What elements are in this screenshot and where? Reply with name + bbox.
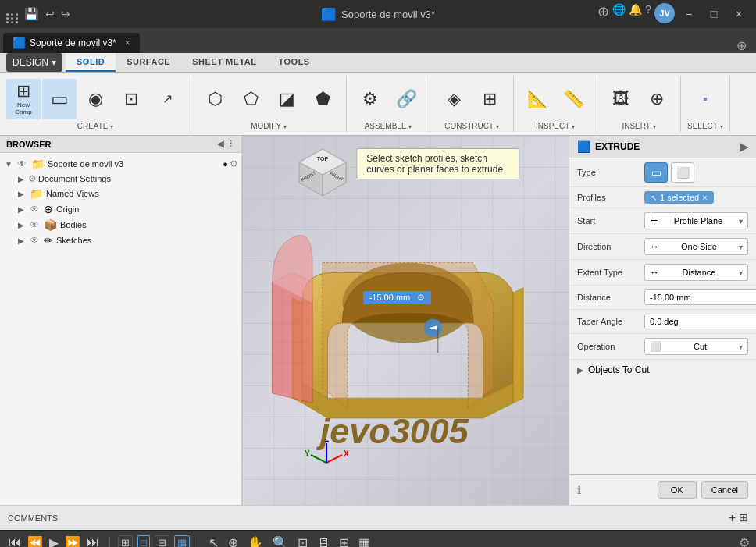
view-mode-btn-2[interactable]: □: [137, 535, 150, 547]
redo-icon[interactable]: ↪: [61, 8, 70, 20]
create-revolve-btn[interactable]: ◉: [78, 79, 112, 119]
extrude-expand-icon[interactable]: ▶: [740, 140, 748, 153]
root-badge[interactable]: ●: [223, 159, 228, 169]
active-tab[interactable]: 🟦 Soporte de movil v3* ×: [3, 33, 140, 53]
modify-shell-btn[interactable]: ⬟: [305, 79, 340, 119]
play-rewind-btn[interactable]: ⏮: [6, 534, 23, 547]
tab-close-icon[interactable]: ×: [125, 37, 130, 48]
assemble-arrow-icon[interactable]: ▾: [408, 123, 412, 130]
create-extrude-btn[interactable]: ▭: [42, 79, 77, 119]
view-mode-btn-4[interactable]: ▦: [174, 535, 190, 547]
grid-btn-2[interactable]: ▦: [356, 534, 373, 547]
operation-select[interactable]: ⬜ Cut ▾: [644, 338, 748, 355]
navigate-btn-3[interactable]: ✋: [245, 534, 266, 547]
eye-icon-sketches[interactable]: 👁: [30, 235, 39, 246]
tree-item-document-settings[interactable]: ▶ ⚙ Document Settings: [0, 172, 241, 186]
ok-button[interactable]: OK: [658, 481, 697, 499]
tree-item-origin[interactable]: ▶ 👁 ⊕ Origin: [0, 201, 241, 217]
bottom-toolbar: ⏮ ⏪ ▶ ⏩ ⏭ ⊞ □ ⊟ ▦ ↖ ⊕ ✋ 🔍 ⊡ 🖥 ⊞ ▦ ⚙: [0, 530, 756, 547]
notification-icon[interactable]: 🔔: [629, 3, 642, 25]
distance-input[interactable]: [644, 289, 756, 305]
create-loft-btn[interactable]: ↗: [150, 79, 184, 119]
profile-clear-btn[interactable]: ×: [702, 193, 707, 202]
help-icon[interactable]: ?: [645, 3, 651, 25]
tab-sheet-metal[interactable]: SHEET METAL: [181, 53, 267, 72]
inspect-arrow-icon[interactable]: ▾: [572, 123, 575, 130]
type-btn-solid[interactable]: ▭: [644, 162, 668, 183]
type-btn-surface[interactable]: ⬜: [671, 162, 694, 183]
modify-fillet-btn[interactable]: ⬠: [234, 79, 268, 119]
taper-input[interactable]: [644, 314, 756, 329]
tree-item-named-views[interactable]: ▶ 📁 Named Views: [0, 186, 241, 201]
select-box-btn[interactable]: [688, 79, 722, 119]
inspect-section-btn[interactable]: 📏: [556, 79, 590, 119]
modify-arrow-icon[interactable]: ▾: [284, 123, 287, 130]
tree-item-bodies[interactable]: ▶ 👁 📦 Bodies: [0, 217, 241, 233]
browser-collapse-icon[interactable]: ◀: [217, 139, 223, 149]
comments-add-icon[interactable]: +: [729, 511, 736, 525]
maximize-button[interactable]: □: [703, 3, 725, 25]
eye-icon-root[interactable]: 👁: [17, 158, 27, 169]
avatar[interactable]: JV: [654, 3, 675, 23]
viewport[interactable]: Select sketch profiles, sketch curves or…: [242, 136, 569, 505]
eye-icon-bodies[interactable]: 👁: [30, 219, 39, 230]
comments-collapse-icon[interactable]: ⊞: [739, 511, 748, 525]
create-arrow-icon[interactable]: ▾: [110, 123, 113, 130]
objects-to-cut-row[interactable]: ▶ Objects To Cut: [569, 360, 756, 380]
navigate-btn-1[interactable]: ↖: [206, 534, 221, 547]
browser-menu-icon[interactable]: ⋮: [226, 139, 235, 149]
play-end-btn[interactable]: ⏭: [84, 534, 102, 547]
navigate-btn-2[interactable]: ⊕: [226, 534, 241, 547]
app-menu-icon[interactable]: [6, 13, 18, 16]
navigate-btn-6[interactable]: 🖥: [315, 535, 332, 548]
construct-plane-btn[interactable]: ◈: [437, 79, 471, 119]
tab-add-icon[interactable]: ⊕: [736, 38, 747, 53]
inspect-measure-btn[interactable]: 📐: [520, 79, 555, 119]
play-next-btn[interactable]: ⏩: [62, 534, 83, 547]
create-new-component-btn[interactable]: ⊞ New Comp: [6, 79, 41, 119]
gear-icon-root[interactable]: ⚙: [230, 158, 238, 169]
assemble-link-btn[interactable]: 🔗: [389, 79, 423, 119]
navigate-btn-4[interactable]: 🔍: [270, 534, 291, 547]
tree-item-sketches[interactable]: ▶ 👁 ✏ Sketches: [0, 233, 241, 248]
taper-label: Taper Angle: [577, 317, 640, 326]
view-mode-btn-1[interactable]: ⊞: [118, 535, 133, 547]
direction-select[interactable]: ↔ One Side ▾: [644, 238, 748, 255]
minimize-button[interactable]: −: [678, 3, 700, 25]
settings-gear-icon[interactable]: ⚙: [739, 535, 750, 547]
dimension-settings-icon[interactable]: ⚙: [417, 293, 425, 302]
construct-arrow-icon[interactable]: ▾: [496, 123, 499, 130]
undo-icon[interactable]: ↩: [45, 8, 55, 20]
insert-add-btn[interactable]: ⊕: [640, 79, 674, 119]
tree-item-root[interactable]: ▼ 👁 📁 Soporte de movil v3 ● ⚙: [0, 156, 241, 172]
browser-icon[interactable]: 🌐: [612, 3, 626, 25]
play-prev-btn[interactable]: ⏪: [25, 534, 45, 547]
play-btn[interactable]: ▶: [47, 534, 61, 547]
info-icon[interactable]: ℹ: [577, 484, 581, 496]
design-dropdown[interactable]: DESIGN ▾: [6, 53, 62, 72]
modify-chamfer-btn[interactable]: ◪: [269, 79, 304, 119]
insert-arrow-icon[interactable]: ▾: [653, 123, 656, 130]
extent-select[interactable]: ↔ Distance ▾: [644, 264, 748, 281]
tab-tools[interactable]: TOOLS: [268, 53, 321, 72]
modify-press-pull-btn[interactable]: ⬡: [198, 79, 232, 119]
view-mode-btn-3[interactable]: ⊟: [155, 535, 169, 547]
save-icon[interactable]: 💾: [24, 7, 39, 21]
profile-badge[interactable]: ↖ 1 selected ×: [644, 191, 714, 204]
grid-btn[interactable]: ⊞: [337, 534, 351, 547]
tab-surface[interactable]: SURFACE: [116, 53, 181, 72]
gear-icon-doc[interactable]: ⚙: [28, 173, 37, 184]
tab-solid[interactable]: SOLID: [66, 53, 116, 72]
create-sweep-btn[interactable]: ⊡: [114, 79, 148, 119]
navigate-btn-5[interactable]: ⊡: [295, 534, 310, 547]
insert-image-btn[interactable]: 🖼: [604, 79, 638, 119]
assemble-joint-btn[interactable]: ⚙: [353, 79, 387, 119]
close-button[interactable]: ×: [728, 3, 750, 25]
dimension-label[interactable]: -15.00 mm ⚙: [363, 291, 432, 304]
start-select[interactable]: ⊢ Profile Plane ▾: [644, 212, 748, 229]
eye-icon-origin[interactable]: 👁: [30, 204, 39, 215]
cancel-button[interactable]: Cancel: [701, 481, 748, 499]
select-arrow-icon[interactable]: ▾: [720, 123, 723, 130]
construct-axis-btn[interactable]: ⊞: [472, 79, 507, 119]
new-tab-btn[interactable]: ⊕: [597, 3, 609, 25]
